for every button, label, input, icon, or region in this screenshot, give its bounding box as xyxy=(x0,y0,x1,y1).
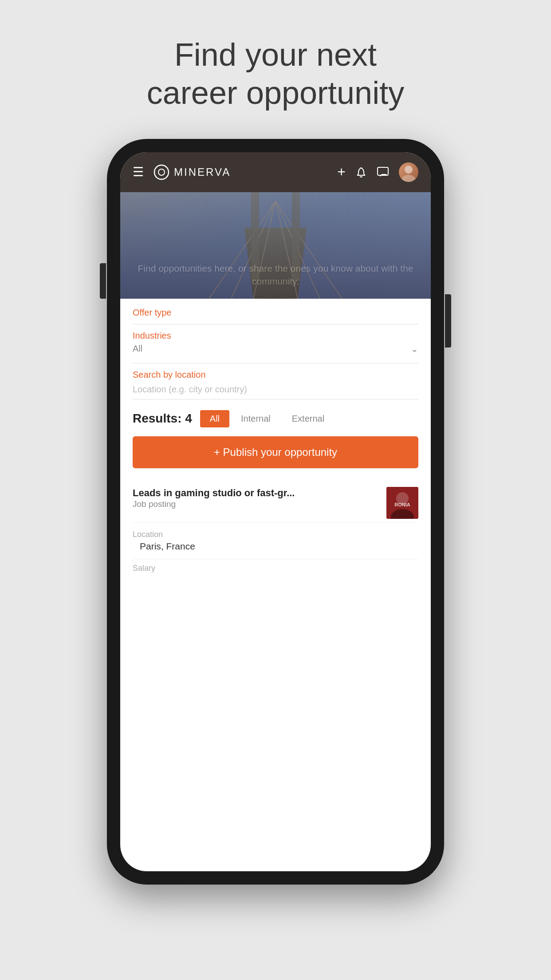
hamburger-icon[interactable]: ☰ xyxy=(133,165,144,179)
tab-all[interactable]: All xyxy=(200,410,229,427)
publish-button[interactable]: + Publish your opportunity xyxy=(133,436,418,468)
job-card[interactable]: Leads in gaming studio or fast-gr... Job… xyxy=(120,477,431,573)
nav-logo-text: MINERVA xyxy=(174,166,231,178)
industries-value: All xyxy=(133,344,142,354)
job-location: Location Paris, France xyxy=(133,523,418,559)
industries-dropdown[interactable]: All ⌄ xyxy=(133,344,418,357)
location-meta-label: Location xyxy=(133,530,418,539)
phone-screen: ☰ MINERVA + xyxy=(120,152,431,871)
hero-banner: Find opportunities here, or share the on… xyxy=(120,192,431,299)
nav-icons: + xyxy=(337,162,418,182)
job-type: Job posting xyxy=(133,499,302,516)
bell-icon[interactable] xyxy=(355,166,367,178)
svg-point-1 xyxy=(158,169,165,175)
add-icon[interactable]: + xyxy=(337,164,346,180)
filter-section: Offer type Industries All ⌄ Search by lo… xyxy=(120,299,431,399)
headline-line1: Find your next xyxy=(147,36,404,74)
phone-wrapper: ☰ MINERVA + xyxy=(107,139,444,885)
minerva-logo-icon xyxy=(153,164,169,180)
results-count: Results: 4 xyxy=(133,411,192,426)
job-title: Leads in gaming studio or fast-gr... xyxy=(133,487,295,500)
headline-line2: career opportunity xyxy=(147,74,404,112)
salary-label: Salary xyxy=(133,564,418,573)
page-headline: Find your next career opportunity xyxy=(147,36,404,112)
svg-point-4 xyxy=(401,175,416,182)
chevron-down-icon: ⌄ xyxy=(411,344,418,354)
offer-type-label[interactable]: Offer type xyxy=(133,308,418,318)
svg-text:RONIA: RONIA xyxy=(394,502,410,507)
svg-rect-14 xyxy=(292,192,300,281)
job-thumbnail: RONIA xyxy=(386,487,418,519)
tab-internal[interactable]: Internal xyxy=(231,410,280,427)
nav-logo: MINERVA xyxy=(153,164,337,180)
location-input[interactable]: Location (e.g. city or country) xyxy=(133,383,418,399)
svg-point-3 xyxy=(405,166,413,174)
tab-external[interactable]: External xyxy=(282,410,334,427)
location-meta-value: Paris, France xyxy=(133,541,418,552)
avatar[interactable] xyxy=(399,162,418,182)
results-section: Results: 4 All Internal External + Publi… xyxy=(120,399,431,477)
salary-section: Salary xyxy=(133,559,418,573)
svg-rect-13 xyxy=(251,192,259,281)
location-label: Search by location xyxy=(133,370,418,380)
tab-group: All Internal External xyxy=(200,410,334,427)
chat-icon[interactable] xyxy=(377,166,389,178)
industries-label: Industries xyxy=(133,331,418,341)
navbar: ☰ MINERVA + xyxy=(120,152,431,192)
svg-point-0 xyxy=(154,165,169,179)
